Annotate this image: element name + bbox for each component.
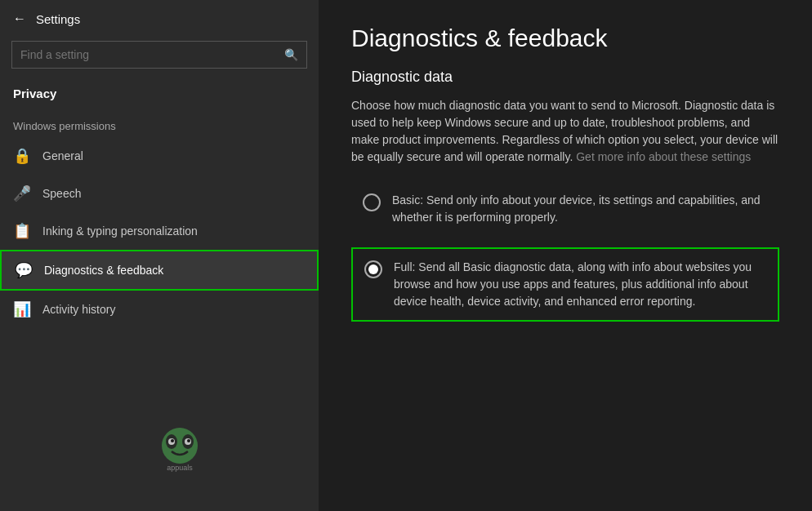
search-box[interactable]: 🔍 bbox=[11, 41, 307, 69]
search-input[interactable] bbox=[12, 42, 276, 68]
sidebar-item-diagnostics[interactable]: 💬 Diagnostics & feedback bbox=[0, 250, 319, 291]
activity-icon: 📊 bbox=[13, 300, 31, 318]
options-area: Basic: Send only info about your device,… bbox=[351, 182, 779, 322]
more-info-link[interactable]: Get more info about these settings bbox=[576, 150, 751, 163]
diagnostics-icon: 💬 bbox=[15, 261, 33, 279]
full-radio[interactable] bbox=[364, 260, 382, 278]
sidebar-item-inking[interactable]: 📋 Inking & typing personalization bbox=[0, 212, 319, 250]
sidebar-item-activity[interactable]: 📊 Activity history bbox=[0, 291, 319, 328]
radio-selected-indicator bbox=[368, 264, 378, 274]
full-option[interactable]: Full: Send all Basic diagnostic data, al… bbox=[351, 247, 779, 322]
sidebar-item-label: General bbox=[42, 149, 83, 162]
sidebar-item-speech[interactable]: 🎤 Speech bbox=[0, 175, 319, 212]
description-text: Choose how much diagnostic data you want… bbox=[351, 97, 779, 166]
basic-option[interactable]: Basic: Send only info about your device,… bbox=[351, 182, 779, 236]
windows-permissions-label: Windows permissions bbox=[0, 112, 319, 137]
search-icon[interactable]: 🔍 bbox=[276, 42, 306, 68]
basic-option-text: Basic: Send only info about your device,… bbox=[392, 192, 768, 226]
sidebar-item-label: Diagnostics & feedback bbox=[44, 264, 163, 277]
sidebar-header: ← Settings bbox=[0, 0, 319, 38]
sidebar-item-label: Activity history bbox=[42, 303, 115, 316]
inking-icon: 📋 bbox=[13, 222, 31, 240]
basic-radio[interactable] bbox=[363, 193, 381, 211]
privacy-label: Privacy bbox=[0, 78, 319, 112]
speech-icon: 🎤 bbox=[13, 184, 31, 202]
general-icon: 🔒 bbox=[13, 147, 31, 165]
sidebar-item-general[interactable]: 🔒 General bbox=[0, 137, 319, 175]
full-option-text: Full: Send all Basic diagnostic data, al… bbox=[394, 259, 766, 310]
back-icon: ← bbox=[13, 11, 26, 26]
back-button[interactable]: ← bbox=[13, 11, 26, 26]
main-content: Diagnostics & feedback Diagnostic data C… bbox=[319, 0, 812, 511]
section-title: Diagnostic data bbox=[351, 69, 779, 86]
sidebar-item-label: Speech bbox=[42, 187, 81, 200]
settings-title: Settings bbox=[36, 12, 80, 26]
sidebar: ← Settings 🔍 Privacy Windows permissions… bbox=[0, 0, 319, 511]
page-title: Diagnostics & feedback bbox=[351, 24, 779, 52]
sidebar-item-label: Inking & typing personalization bbox=[42, 224, 198, 238]
